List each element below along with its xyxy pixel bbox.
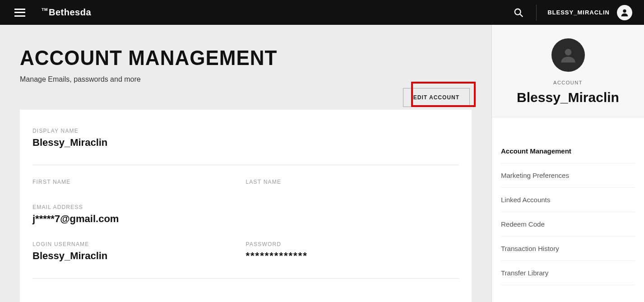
divider bbox=[32, 278, 459, 279]
login-value: Blessy_Miraclin bbox=[32, 250, 246, 262]
sidebar-item-transfer-library[interactable]: Transfer Library bbox=[501, 261, 635, 285]
brand-logo[interactable]: TMBethesda bbox=[42, 7, 91, 18]
menu-icon[interactable] bbox=[14, 9, 25, 17]
login-label: LOGIN USERNAME bbox=[32, 241, 246, 247]
login-username-field: LOGIN USERNAME Blessy_Miraclin bbox=[32, 241, 246, 262]
password-value: ************* bbox=[246, 250, 459, 262]
sidebar-item-account-management[interactable]: Account Management bbox=[501, 139, 635, 163]
display-name-label: DISPLAY NAME bbox=[32, 128, 459, 134]
first-name-label: FIRST NAME bbox=[32, 179, 246, 185]
main-content: ACCOUNT MANAGEMENT Manage Emails, passwo… bbox=[0, 25, 491, 302]
page-header: ACCOUNT MANAGEMENT Manage Emails, passwo… bbox=[0, 25, 491, 96]
top-header: TMBethesda BLESSY_MIRACLIN bbox=[0, 0, 644, 25]
svg-point-0 bbox=[515, 9, 521, 14]
sidebar-item-redeem-code[interactable]: Redeem Code bbox=[501, 212, 635, 237]
person-icon bbox=[620, 8, 630, 18]
header-username[interactable]: BLESSY_MIRACLIN bbox=[547, 9, 610, 16]
svg-line-1 bbox=[520, 14, 523, 17]
brand-text: Bethesda bbox=[49, 7, 91, 18]
last-name-label: LAST NAME bbox=[246, 179, 459, 185]
first-name-field: FIRST NAME bbox=[32, 179, 246, 188]
password-field: PASSWORD ************* bbox=[246, 241, 459, 262]
password-label: PASSWORD bbox=[246, 241, 459, 247]
svg-point-2 bbox=[623, 9, 626, 12]
person-icon bbox=[558, 45, 578, 65]
display-name-field: DISPLAY NAME Blessy_Miraclin bbox=[32, 128, 459, 149]
account-display-name: Blessy_Miraclin bbox=[496, 90, 639, 105]
sidebar: ACCOUNT Blessy_Miraclin Account Manageme… bbox=[491, 25, 644, 302]
email-field: EMAIL ADDRESS j*****7@gmail.com bbox=[32, 204, 459, 225]
display-name-value: Blessy_Miraclin bbox=[32, 137, 459, 149]
search-icon[interactable] bbox=[514, 8, 524, 18]
sidebar-item-linked-accounts[interactable]: Linked Accounts bbox=[501, 188, 635, 212]
sidebar-avatar bbox=[551, 38, 585, 72]
sidebar-item-transaction-history[interactable]: Transaction History bbox=[501, 237, 635, 261]
header-avatar[interactable] bbox=[617, 5, 632, 20]
sidebar-nav: Account Management Marketing Preferences… bbox=[492, 117, 644, 285]
email-value: j*****7@gmail.com bbox=[32, 213, 459, 225]
svg-point-3 bbox=[565, 49, 571, 56]
last-name-field: LAST NAME bbox=[246, 179, 459, 188]
divider bbox=[32, 165, 459, 165]
page-title: ACCOUNT MANAGEMENT bbox=[20, 46, 472, 70]
page-subtitle: Manage Emails, passwords and more bbox=[20, 75, 472, 84]
header-divider bbox=[536, 5, 537, 21]
sidebar-profile: ACCOUNT Blessy_Miraclin bbox=[492, 25, 644, 117]
account-card: DISPLAY NAME Blessy_Miraclin FIRST NAME … bbox=[20, 110, 472, 302]
edit-account-button[interactable]: EDIT ACCOUNT bbox=[403, 88, 470, 107]
sidebar-item-marketing-preferences[interactable]: Marketing Preferences bbox=[501, 163, 635, 188]
email-label: EMAIL ADDRESS bbox=[32, 204, 459, 210]
account-label: ACCOUNT bbox=[496, 80, 639, 85]
header-right: BLESSY_MIRACLIN bbox=[514, 0, 644, 25]
